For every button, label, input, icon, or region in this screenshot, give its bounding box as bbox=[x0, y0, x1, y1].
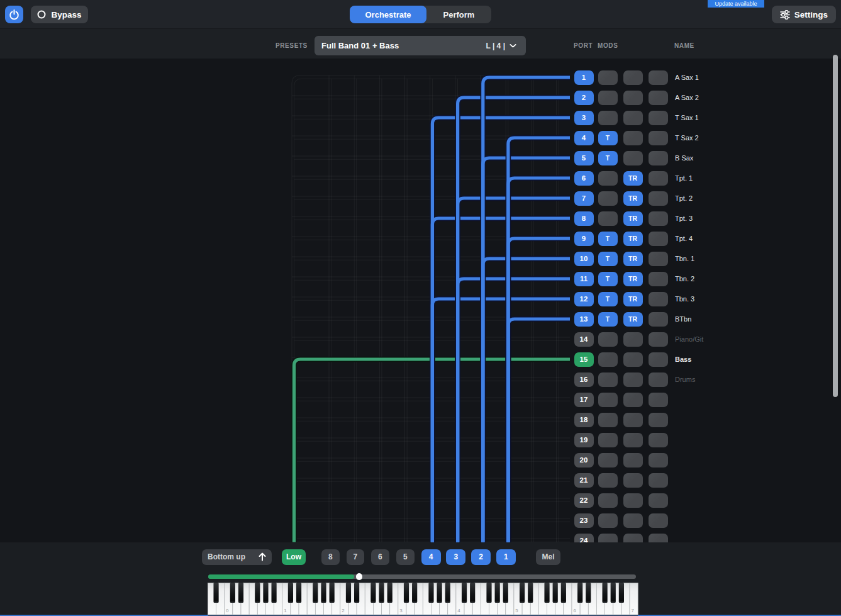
svg-text:2: 2 bbox=[342, 608, 345, 613]
svg-text:6: 6 bbox=[573, 608, 576, 613]
svg-text:5: 5 bbox=[515, 608, 518, 613]
svg-text:7: 7 bbox=[631, 608, 634, 613]
svg-text:4: 4 bbox=[457, 608, 460, 613]
svg-text:0: 0 bbox=[226, 608, 229, 613]
svg-text:3: 3 bbox=[399, 608, 403, 613]
svg-text:1: 1 bbox=[284, 608, 287, 613]
